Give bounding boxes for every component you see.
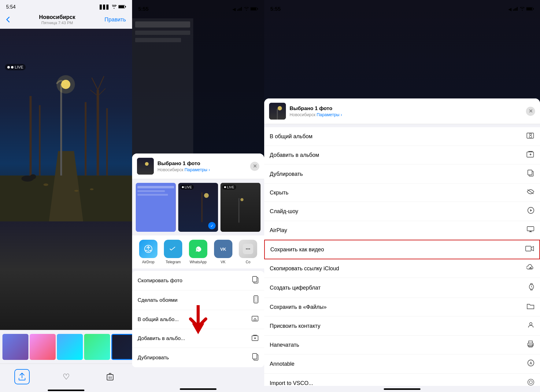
panel3-close-button[interactable]: ✕ bbox=[526, 107, 535, 116]
svg-rect-100 bbox=[526, 246, 531, 251]
svg-point-22 bbox=[74, 190, 79, 192]
p3-annotable-icon: A bbox=[525, 359, 534, 368]
duplicate-action[interactable]: Дублировать bbox=[132, 348, 264, 367]
svg-point-17 bbox=[57, 75, 75, 94]
panel1-time: 5:54 bbox=[6, 4, 16, 10]
airdrop-icon bbox=[139, 240, 157, 258]
svg-rect-82 bbox=[517, 7, 518, 11]
more-label: Co bbox=[246, 260, 250, 264]
live-text: LIVE bbox=[185, 185, 192, 189]
svg-point-62 bbox=[246, 248, 247, 250]
p3-vsco-label: Import to VSCO... bbox=[270, 380, 313, 386]
svg-point-56 bbox=[150, 250, 151, 251]
copy-icon bbox=[252, 276, 259, 285]
set-wallpaper-action[interactable]: Сделать обоями bbox=[132, 290, 264, 310]
app-airdrop[interactable]: AirDrop bbox=[136, 240, 161, 264]
copy-photo-action[interactable]: Скопировать фото bbox=[132, 271, 264, 290]
p3-save-files[interactable]: Сохранить в «Файлы» bbox=[264, 298, 540, 316]
svg-rect-2 bbox=[119, 6, 124, 8]
whatsapp-label: WhatsApp bbox=[190, 260, 206, 264]
airdrop-label: AirDrop bbox=[142, 260, 154, 264]
copy-photo-label: Скопировать фото bbox=[138, 278, 182, 284]
sheet-subtitle: Новосибирск Параметры › bbox=[157, 167, 246, 172]
thumbnail-item[interactable] bbox=[2, 334, 28, 360]
duplicate-label: Дублировать bbox=[138, 355, 169, 361]
vk-label: VK bbox=[221, 260, 226, 264]
p3-airplay[interactable]: AirPlay bbox=[264, 221, 540, 240]
svg-point-111 bbox=[532, 344, 533, 345]
p3-shared-album-label: В общий альбом bbox=[270, 133, 313, 140]
set-wallpaper-label: Сделать обоями bbox=[138, 297, 178, 303]
thumbnail-item[interactable] bbox=[57, 334, 83, 360]
p3-watch-face[interactable]: Создать циферблат bbox=[264, 278, 540, 298]
telegram-label: Telegram bbox=[166, 260, 181, 264]
photo-toolbar: ♡ bbox=[0, 364, 132, 390]
p3-annotable[interactable]: Annotable A bbox=[264, 354, 540, 374]
p3-icloud-link[interactable]: Скопировать ссылку iCloud bbox=[264, 259, 540, 278]
svg-rect-42 bbox=[137, 158, 154, 175]
svg-point-50 bbox=[204, 193, 209, 198]
panel3-status-icons: ◀ bbox=[508, 6, 534, 12]
thumbnail-item-selected[interactable] bbox=[111, 334, 132, 360]
panel3-params-link[interactable]: Параметры › bbox=[317, 112, 342, 117]
close-button[interactable]: ✕ bbox=[250, 162, 259, 171]
p3-files-icon bbox=[525, 303, 534, 311]
signal-icon-3 bbox=[513, 6, 518, 12]
svg-rect-41 bbox=[251, 8, 256, 10]
app-more[interactable]: Co bbox=[235, 240, 261, 264]
p3-print[interactable]: Напечатать bbox=[264, 336, 540, 354]
back-button[interactable] bbox=[6, 17, 10, 23]
duplicate-icon bbox=[252, 353, 259, 362]
live-badge-small: LIVE bbox=[180, 185, 194, 190]
svg-rect-66 bbox=[253, 276, 257, 282]
location-icon-3: ◀ bbox=[508, 7, 512, 12]
thumbnail-item[interactable] bbox=[84, 334, 110, 360]
actions-list: Скопировать фото Сделать обоями В общий … bbox=[132, 271, 264, 367]
svg-rect-45 bbox=[137, 186, 174, 188]
svg-point-63 bbox=[247, 248, 249, 250]
app-vk[interactable]: VK VK bbox=[211, 240, 236, 264]
panel2-home-indicator bbox=[132, 386, 264, 392]
p3-save-video-label: Сохранить как видео bbox=[270, 246, 324, 253]
p3-print-icon bbox=[525, 341, 534, 349]
p3-hide[interactable]: Скрыть bbox=[264, 184, 540, 202]
p3-add-album[interactable]: Добавить в альбом bbox=[264, 146, 540, 165]
sheet-photo-1 bbox=[136, 183, 176, 232]
p3-save-as-video[interactable]: Сохранить как видео bbox=[264, 240, 540, 259]
p3-print-label: Напечатать bbox=[270, 342, 299, 348]
app-telegram[interactable]: Telegram bbox=[161, 240, 186, 264]
favorite-button[interactable]: ♡ bbox=[58, 369, 74, 384]
shared-album-action[interactable]: В общий альбо... bbox=[132, 310, 264, 329]
add-album-label: Добавить в альбо... bbox=[138, 335, 185, 342]
p3-slideshow[interactable]: Слайд-шоу bbox=[264, 202, 540, 221]
panel3-time: 5:55 bbox=[270, 6, 281, 12]
svg-rect-37 bbox=[240, 8, 241, 11]
sheet-photos-row: LIVE ✓ LIVE bbox=[132, 179, 264, 235]
panel3-city: Новосибирск bbox=[290, 112, 316, 117]
p3-duplicate[interactable]: Дублировать bbox=[264, 165, 540, 184]
share-sheet: Выбрано 1 фото Новосибирск Параметры › ✕ bbox=[132, 153, 264, 392]
live-dot-3 bbox=[224, 186, 226, 188]
share-button[interactable] bbox=[14, 369, 30, 384]
p3-assign-contact[interactable]: Присвоить контакту bbox=[264, 316, 540, 336]
delete-button[interactable] bbox=[102, 369, 118, 384]
svg-point-43 bbox=[145, 162, 149, 166]
svg-point-55 bbox=[146, 250, 147, 251]
svg-rect-35 bbox=[237, 9, 238, 11]
p3-shared-album[interactable]: В общий альбом bbox=[264, 127, 540, 146]
home-indicator bbox=[0, 390, 132, 392]
thumbnail-strip bbox=[0, 330, 132, 364]
thumbnail-item[interactable] bbox=[30, 334, 56, 360]
svg-rect-68 bbox=[254, 297, 257, 302]
svg-point-107 bbox=[530, 323, 532, 325]
p3-hide-label: Скрыть bbox=[270, 190, 288, 196]
shared-album-label: В общий альбо... bbox=[138, 316, 179, 323]
params-link[interactable]: Параметры › bbox=[185, 167, 210, 172]
sheet-photo-thumb bbox=[137, 158, 154, 175]
app-whatsapp[interactable]: WhatsApp bbox=[186, 240, 211, 264]
panel3-statusbar: 5:55 ◀ bbox=[264, 0, 540, 15]
add-album-action[interactable]: Добавить в альбо... bbox=[132, 329, 264, 348]
edit-button[interactable]: Править bbox=[105, 17, 126, 23]
options-sheet: Выбрано 1 фото Новосибирск Параметры › ✕… bbox=[264, 98, 540, 392]
panel3-sheet-header: Выбрано 1 фото Новосибирск Параметры › ✕ bbox=[264, 98, 540, 124]
